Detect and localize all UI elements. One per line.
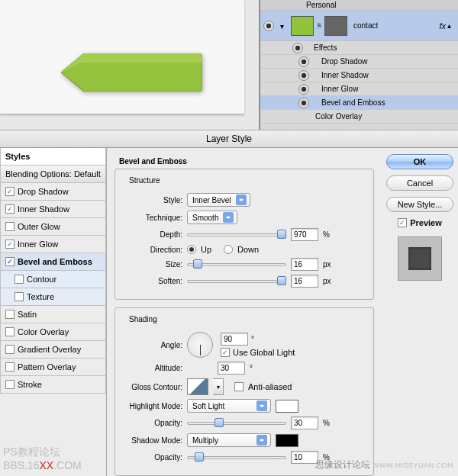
size-label: Size: [123, 260, 182, 269]
angle-wheel[interactable] [187, 332, 213, 358]
direction-up-radio[interactable] [187, 245, 196, 254]
effect-drop-shadow[interactable]: Drop Shadow [260, 55, 458, 69]
style-label: Style: [123, 196, 182, 204]
checkbox[interactable] [15, 292, 24, 301]
chevron-down-icon[interactable]: ▾ [280, 22, 288, 30]
highlight-mode-dropdown[interactable]: Soft Light [187, 399, 271, 413]
sidebar-inner-glow[interactable]: Inner Glow [0, 236, 106, 253]
checkbox[interactable] [5, 380, 15, 389]
shading-title: Shading [126, 315, 160, 323]
new-style-button[interactable]: New Style... [386, 197, 453, 212]
layer-group-label: Personal [306, 1, 336, 9]
sidebar-outer-glow[interactable]: Outer Glow [0, 218, 106, 236]
shadow-mode-dropdown[interactable]: Multiply [187, 433, 271, 447]
link-icon[interactable]: ⎘ [315, 22, 323, 29]
sidebar-texture[interactable]: Texture [0, 288, 106, 306]
visibility-icon[interactable] [263, 21, 274, 31]
effect-bevel-emboss[interactable]: Bevel and Emboss [260, 96, 458, 110]
checkbox[interactable] [5, 222, 15, 231]
visibility-icon[interactable] [298, 70, 309, 81]
visibility-icon[interactable] [292, 43, 303, 53]
effects-header[interactable]: Effects [260, 41, 458, 55]
shadow-color-swatch[interactable] [276, 434, 298, 447]
direction-down-radio[interactable] [224, 245, 233, 254]
altitude-label: Altitude: [123, 364, 182, 372]
depth-slider[interactable] [187, 230, 286, 240]
highlight-opacity-slider[interactable] [187, 418, 286, 429]
green-arrow-shape [61, 53, 202, 92]
sidebar-drop-shadow[interactable]: Drop Shadow [0, 183, 106, 201]
sidebar-pattern-overlay[interactable]: Pattern Overlay [0, 359, 106, 376]
shadow-opacity-slider[interactable] [187, 452, 286, 463]
checkbox[interactable] [5, 345, 15, 354]
shading-fieldset: Shading Angle: ° Use Global Light Altitu… [114, 307, 374, 476]
preview-label: Preview [410, 218, 442, 227]
highlight-mode-label: Highlight Mode: [123, 402, 182, 410]
checkbox[interactable] [5, 310, 15, 319]
effect-inner-glow[interactable]: Inner Glow [260, 82, 458, 96]
checkbox[interactable] [5, 327, 15, 336]
visibility-icon[interactable] [298, 56, 309, 67]
sidebar-stroke[interactable]: Stroke [0, 376, 106, 394]
effect-inner-shadow[interactable]: Inner Shadow [260, 69, 458, 82]
sidebar-bevel-emboss[interactable]: Bevel and Emboss [0, 253, 106, 271]
preview-thumbnail [398, 236, 442, 281]
checkbox[interactable] [5, 362, 15, 371]
style-dropdown[interactable]: Inner Bevel [187, 193, 250, 207]
sidebar-inner-shadow[interactable]: Inner Shadow [0, 201, 106, 218]
sidebar-contour[interactable]: Contour [0, 271, 106, 288]
sidebar-styles[interactable]: Styles [0, 148, 106, 166]
preview-checkbox[interactable] [398, 218, 407, 227]
checkbox[interactable] [15, 275, 24, 284]
structure-fieldset: Structure Style: Inner Bevel Technique: … [114, 169, 374, 300]
sidebar-gradient-overlay[interactable]: Gradient Overlay [0, 341, 106, 359]
sidebar-satin[interactable]: Satin [0, 306, 106, 323]
technique-dropdown[interactable]: Smooth [187, 211, 237, 224]
cancel-button[interactable]: Cancel [386, 175, 453, 191]
checkbox[interactable] [5, 257, 15, 266]
checkbox[interactable] [5, 204, 15, 214]
soften-label: Soften: [123, 277, 182, 285]
highlight-opacity-label: Opacity: [123, 419, 182, 427]
depth-label: Depth: [123, 230, 182, 239]
fx-badge[interactable]: fx [439, 21, 446, 31]
visibility-icon[interactable] [298, 84, 309, 95]
layers-panel: Personal ▾ ⎘ contact fx ▴ Effects Drop S… [260, 0, 458, 130]
dialog-title: Layer Style [0, 130, 458, 148]
altitude-input[interactable] [218, 362, 245, 375]
bevel-panel: Bevel and Emboss Structure Style: Inner … [107, 148, 382, 476]
checkbox[interactable] [5, 187, 15, 196]
highlight-opacity-input[interactable] [291, 416, 318, 429]
gloss-contour-label: Gloss Contour: [123, 383, 182, 391]
depth-input[interactable] [291, 228, 318, 241]
watermark-left: PS教程论坛 BBS.16XX.COM [3, 445, 82, 471]
global-light-checkbox[interactable] [221, 348, 230, 357]
canvas-area [0, 0, 260, 130]
checkbox[interactable] [5, 240, 15, 249]
visibility-icon[interactable] [298, 98, 309, 108]
chevron-down-icon[interactable]: ▾ [213, 378, 224, 395]
layer-mask-thumbnail [324, 16, 347, 36]
styles-sidebar: Styles Blending Options: Default Drop Sh… [0, 148, 107, 476]
angle-input[interactable] [221, 333, 248, 346]
soften-input[interactable] [291, 275, 318, 288]
shadow-opacity-input[interactable] [291, 451, 318, 464]
angle-label: Angle: [123, 341, 182, 349]
ok-button[interactable]: OK [386, 154, 453, 169]
chevron-up-icon[interactable]: ▴ [447, 21, 455, 30]
effect-color-overlay[interactable]: Color Overlay [260, 110, 458, 124]
layer-group[interactable]: Personal [260, 0, 458, 11]
dropdown-arrows-icon [256, 400, 267, 411]
gloss-contour-picker[interactable] [187, 378, 208, 395]
sidebar-blending[interactable]: Blending Options: Default [0, 166, 106, 183]
antialiased-checkbox[interactable] [234, 382, 244, 391]
dropdown-arrows-icon [223, 212, 234, 223]
size-input[interactable] [291, 258, 318, 271]
layer-contact[interactable]: ▾ ⎘ contact fx ▴ [260, 11, 458, 41]
sidebar-color-overlay[interactable]: Color Overlay [0, 323, 106, 341]
highlight-color-swatch[interactable] [276, 400, 298, 413]
size-slider[interactable] [187, 259, 286, 270]
soften-slider[interactable] [187, 276, 286, 287]
dropdown-arrows-icon [256, 435, 267, 445]
watermark-right: 思缘设计论坛 WWW.MISSYUAN.COM [315, 458, 453, 471]
